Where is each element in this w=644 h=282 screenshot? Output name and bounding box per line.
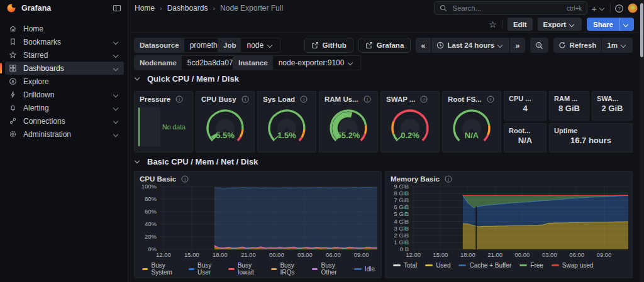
row-basic-cpu-mem-net-disk[interactable]: Basic CPU / Mem / Net / Disk xyxy=(135,157,258,166)
panel-cpu-busy: CPU Busyi5.5% xyxy=(196,91,255,153)
svg-text:i: i xyxy=(184,176,186,182)
legend-item[interactable]: Idle xyxy=(354,266,375,273)
grafana-link-button[interactable]: Grafana xyxy=(358,38,411,53)
stat-value: 4 xyxy=(504,104,546,113)
favorite-star-icon[interactable]: ☆ xyxy=(489,19,497,30)
grafana-logo-icon[interactable] xyxy=(6,3,16,13)
legend-item[interactable]: Cache + Buffer xyxy=(458,262,511,269)
cpu-basic-legend: Busy SystemBusy UserBusy IowaitBusy IRQs… xyxy=(135,261,381,276)
svg-text:00:00: 00:00 xyxy=(269,251,284,258)
info-icon[interactable]: i xyxy=(300,95,308,103)
info-icon[interactable]: i xyxy=(364,95,371,103)
info-icon[interactable]: i xyxy=(242,95,249,103)
memory-basic-plot[interactable]: 0 B1 GiB2 GiB3 GiB4 GiB5 GiB6 GiB7 GiB8 … xyxy=(386,184,632,261)
chevron-down-icon xyxy=(113,52,118,57)
time-range-picker[interactable]: Last 24 hours xyxy=(431,38,510,53)
star-icon xyxy=(9,51,18,60)
sidebar-item-starred[interactable]: Starred xyxy=(5,48,124,62)
share-menu-caret[interactable] xyxy=(619,18,634,31)
legend-item[interactable]: Free xyxy=(519,262,543,269)
chevron-down-icon xyxy=(113,65,118,70)
legend-item[interactable]: Used xyxy=(425,262,450,269)
topbar-divider xyxy=(610,4,611,13)
legend-item[interactable]: Busy System xyxy=(142,262,180,276)
svg-text:03:00: 03:00 xyxy=(297,251,313,258)
search-input-box[interactable]: ctrl+k xyxy=(434,1,587,15)
dock-sidebar-icon[interactable] xyxy=(113,4,121,13)
sidebar-item-explore[interactable]: Explore xyxy=(5,75,124,88)
refresh-interval-select[interactable]: 1m xyxy=(602,38,633,53)
sidebar-item-administration[interactable]: Administration xyxy=(5,127,124,141)
stat-panel-cpu: CPU ...4 xyxy=(504,91,547,121)
help-icon[interactable]: ? xyxy=(614,4,624,13)
svg-text:i: i xyxy=(448,176,449,182)
legend-swatch xyxy=(519,264,527,266)
legend-item[interactable]: Busy Other xyxy=(312,262,346,276)
panel-title: SWA... xyxy=(597,95,618,102)
github-link-button[interactable]: GitHub xyxy=(304,38,353,53)
page-scrollbar[interactable] xyxy=(640,0,644,282)
gauge[interactable]: 5.5% xyxy=(196,104,254,143)
add-new-button[interactable]: + xyxy=(591,3,606,14)
sidebar-item-home[interactable]: Home xyxy=(5,22,124,35)
legend-item[interactable]: Busy User xyxy=(189,262,221,276)
legend-label: Busy User xyxy=(197,262,220,276)
svg-text:i: i xyxy=(179,97,180,102)
time-shift-forward-button[interactable]: » xyxy=(510,38,525,53)
sidebar-item-bookmarks[interactable]: Bookmarks xyxy=(5,35,124,48)
edit-button[interactable]: Edit xyxy=(508,18,533,31)
info-icon[interactable]: i xyxy=(175,95,183,103)
sidebar-item-dashboards[interactable]: Dashboards xyxy=(5,62,124,75)
svg-text:i: i xyxy=(245,97,246,102)
svg-text:80%: 80% xyxy=(145,195,157,202)
zoom-out-time-button[interactable] xyxy=(530,38,548,53)
refresh-group: Refresh 1m xyxy=(553,38,633,53)
job-select[interactable]: node xyxy=(241,38,280,52)
sidebar-item-alerting[interactable]: Alerting xyxy=(5,101,124,114)
info-icon[interactable]: i xyxy=(445,175,452,183)
refresh-button[interactable]: Refresh xyxy=(553,38,602,53)
gauge[interactable]: N/A xyxy=(443,104,501,143)
stat-value: 2 GiB xyxy=(592,104,632,113)
search-input[interactable] xyxy=(451,4,563,13)
chevron-down-icon xyxy=(113,92,118,97)
sidebar-item-connections[interactable]: Connections xyxy=(5,114,124,127)
panel-title: Sys Load xyxy=(263,95,295,103)
sidebar-item-drilldown[interactable]: Drilldown xyxy=(5,88,124,101)
instance-select[interactable]: node-exporter:9100 xyxy=(273,56,361,70)
legend-item[interactable]: Total xyxy=(393,262,417,269)
legend-swatch xyxy=(228,268,234,270)
breadcrumb-home[interactable]: Home xyxy=(135,4,155,13)
scrollbar-thumb[interactable] xyxy=(640,3,643,57)
legend-swatch xyxy=(458,264,466,266)
nodename-label: Nodename xyxy=(135,56,182,70)
chevron-down-icon xyxy=(113,118,118,123)
info-icon[interactable]: i xyxy=(181,175,189,183)
legend-item[interactable]: Swap used xyxy=(552,262,593,269)
gauge[interactable]: 55.2% xyxy=(319,104,377,143)
legend-swatch xyxy=(354,268,362,270)
breadcrumb-dashboards[interactable]: Dashboards xyxy=(167,4,208,13)
legend-item[interactable]: Busy Iowait xyxy=(228,262,263,276)
legend-item[interactable]: Busy IRQs xyxy=(271,262,304,276)
info-icon[interactable]: i xyxy=(420,95,428,103)
gauge[interactable]: 1.5% xyxy=(258,104,316,143)
cpu-basic-plot[interactable]: 0%20%40%60%80%100%12:0015:0018:0021:0000… xyxy=(135,184,381,261)
stat-value: N/A xyxy=(504,136,546,145)
sidebar-item-label: Explore xyxy=(23,77,120,86)
search-icon xyxy=(440,4,447,12)
svg-text:9 GiB: 9 GiB xyxy=(394,184,409,190)
chevron-down-icon xyxy=(113,39,118,44)
export-button[interactable]: Export xyxy=(538,18,582,31)
share-button[interactable]: Share xyxy=(587,18,634,31)
svg-text:03:00: 03:00 xyxy=(542,251,557,258)
gauge[interactable]: 0.2% xyxy=(381,104,439,143)
row-quick-cpu-mem-disk[interactable]: Quick CPU / Mem / Disk xyxy=(135,74,239,84)
stat-value: 16.7 hours xyxy=(550,136,632,145)
user-avatar[interactable] xyxy=(628,3,638,13)
chevron-down-icon xyxy=(621,43,626,48)
svg-text:09:00: 09:00 xyxy=(354,251,369,258)
time-shift-back-button[interactable]: « xyxy=(416,38,430,53)
info-icon[interactable]: i xyxy=(487,95,494,103)
svg-text:i: i xyxy=(424,97,425,102)
